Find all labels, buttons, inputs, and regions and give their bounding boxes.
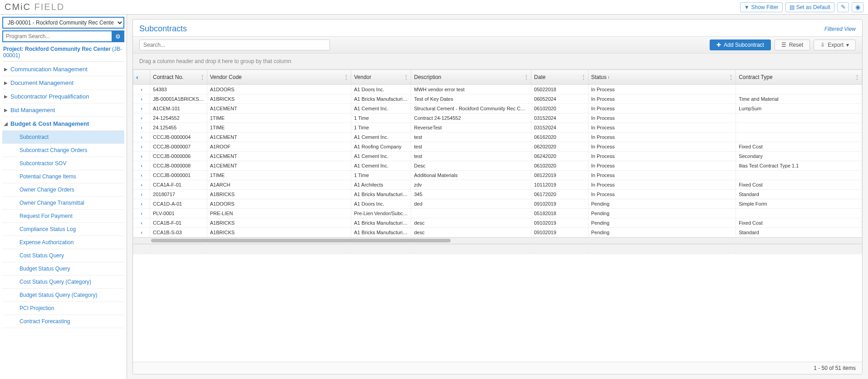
column-header-6[interactable]: Contract Type⋮	[736, 70, 862, 85]
cell: A1CEMENT	[207, 161, 351, 171]
column-header-2[interactable]: Vendor⋮	[351, 70, 411, 85]
column-header-4[interactable]: Date⋮	[531, 70, 588, 85]
cell: In Process	[588, 171, 736, 180]
program-search-input[interactable]	[2, 30, 112, 42]
nav-group-4[interactable]: ◢Budget & Cost Management	[2, 117, 124, 131]
table-row[interactable]: ‹CCCJB-0000008A1CEMENTA1 Cement Inc.Desc…	[133, 161, 862, 171]
group-by-bar[interactable]: Drag a column header and drop it here to…	[133, 54, 862, 69]
column-menu-icon[interactable]: ⋮	[581, 74, 586, 80]
column-header-5[interactable]: Status↑⋮	[588, 70, 736, 85]
horizontal-scrollbar[interactable]	[133, 237, 862, 244]
nav-sub-3[interactable]: Potential Change Items	[2, 170, 124, 183]
table-row[interactable]: ‹A1CEM-101A1CEMENTA1 Cement Inc.Structur…	[133, 104, 862, 113]
table-row[interactable]: ‹PLV-0001PRE-LIENPre-Lien Vendor/Subcont…	[133, 209, 862, 218]
filtered-view-label[interactable]: Filtered View	[824, 26, 856, 32]
expand-row-icon[interactable]: ‹	[133, 123, 150, 133]
expand-row-icon[interactable]: ‹	[133, 228, 150, 237]
nav-sub-4[interactable]: Owner Change Orders	[2, 183, 124, 197]
expand-row-icon[interactable]: ‹	[133, 161, 150, 171]
program-search-settings-button[interactable]: ⚙	[112, 30, 124, 42]
table-row[interactable]: ‹CCA1B-F-01A1BRICKSA1 Bricks Manufacturi…	[133, 218, 862, 228]
cell: Pending	[588, 228, 736, 237]
cell: Ilias Test Contract Type 1.1	[736, 161, 862, 171]
nav-sub-1[interactable]: Subcontract Change Orders	[2, 144, 124, 157]
nav-sub-10[interactable]: Budget Status Query	[2, 262, 124, 276]
nav-sub-8[interactable]: Expense Authorization	[2, 236, 124, 249]
user-button[interactable]: ◉	[852, 2, 863, 12]
nav-sub-13[interactable]: PCI Projection	[2, 302, 124, 315]
cell: Standard	[736, 190, 862, 199]
expand-row-icon[interactable]: ‹	[133, 104, 150, 113]
table-row[interactable]: ‹CCCJB-0000007A1ROOFA1 Roofing Companyte…	[133, 142, 862, 152]
table-row[interactable]: ‹20180717A1BRICKSA1 Bricks Manufacturing…	[133, 190, 862, 199]
nav-group-3[interactable]: ▶Bid Management	[2, 103, 124, 117]
cell: 54383	[150, 85, 207, 94]
collapse-all-icon[interactable]: ‹	[136, 74, 138, 81]
expand-row-icon[interactable]: ‹	[133, 113, 150, 123]
table-row[interactable]: ‹CCA1A-F-01A1ARCHA1 Architectszdv1011201…	[133, 180, 862, 190]
expand-row-icon[interactable]: ‹	[133, 94, 150, 104]
nav-group-2[interactable]: ▶Subcontractor Prequalification	[2, 90, 124, 103]
nav-sub-14[interactable]: Contract Forecasting	[2, 315, 124, 328]
cell: CCCJB-0000008	[150, 161, 207, 171]
table-row[interactable]: ‹CCA1D-A-01A1DOORSA1 Doors Inc.ded091020…	[133, 199, 862, 209]
column-label: Vendor Code	[210, 74, 242, 80]
nav-sub-9[interactable]: Cost Status Query	[2, 249, 124, 262]
set-default-button[interactable]: ▤Set as Default	[785, 2, 834, 12]
add-subcontract-button[interactable]: ✚Add Subcontract	[710, 39, 771, 50]
nav-sub-6[interactable]: Request For Payment	[2, 210, 124, 223]
grid-search-input[interactable]	[139, 39, 330, 50]
cell: zdv	[411, 180, 531, 190]
column-menu-icon[interactable]: ⋮	[200, 74, 205, 80]
table-row[interactable]: ‹24.1254551TIME1 TimeReverseTest03152024…	[133, 123, 862, 133]
nav-sub-0[interactable]: Subcontract	[2, 131, 124, 144]
nav-sub-11[interactable]: Cost Status Query (Category)	[2, 276, 124, 289]
column-header-0[interactable]: Contract No.⋮	[150, 70, 207, 85]
cell: Fixed Cost	[736, 142, 862, 152]
nav-sub-5[interactable]: Owner Change Transmittal	[2, 197, 124, 210]
expand-row-icon[interactable]: ‹	[133, 171, 150, 180]
nav-sub-7[interactable]: Compliance Status Log	[2, 223, 124, 236]
column-menu-icon[interactable]: ⋮	[728, 74, 734, 80]
cell: In Process	[588, 142, 736, 152]
nav-sub-2[interactable]: Subcontractor SOV	[2, 157, 124, 170]
export-button[interactable]: ⇩Export ▾	[814, 39, 856, 50]
edit-button[interactable]: ✎	[837, 2, 849, 12]
expand-row-icon[interactable]: ‹	[133, 142, 150, 152]
table-row[interactable]: ‹CCCJB-0000004A1CEMENTA1 Cement Inc.test…	[133, 133, 862, 142]
table-row[interactable]: ‹54383A1DOORSA1 Doors Inc.MWH vendor err…	[133, 85, 862, 94]
cell: ded	[411, 199, 531, 209]
column-header-1[interactable]: Vendor Code⋮	[207, 70, 351, 85]
column-menu-icon[interactable]: ⋮	[403, 74, 409, 80]
nav-sub-12[interactable]: Budget Status Query (Category)	[2, 289, 124, 302]
expand-row-icon[interactable]: ‹	[133, 180, 150, 190]
scrollbar-thumb[interactable]	[151, 239, 451, 242]
column-menu-icon[interactable]: ⋮	[343, 74, 349, 80]
expand-row-icon[interactable]: ‹	[133, 199, 150, 209]
column-menu-icon[interactable]: ⋮	[854, 74, 860, 80]
cell: CCCJB-0000006	[150, 152, 207, 161]
table-row[interactable]: ‹CCCJB-0000006A1CEMENTA1 Cement Inc.test…	[133, 152, 862, 161]
expand-row-icon[interactable]: ‹	[133, 133, 150, 142]
nav-group-0[interactable]: ▶Communication Management	[2, 63, 124, 76]
expand-row-icon[interactable]: ‹	[133, 190, 150, 199]
job-select[interactable]: JB-00001 - Rockford Community Rec Center	[2, 17, 124, 29]
column-header-3[interactable]: Description⋮	[411, 70, 531, 85]
nav-group-1[interactable]: ▶Document Management	[2, 76, 124, 90]
add-subcontract-label: Add Subcontract	[724, 42, 764, 48]
cell: In Process	[588, 85, 736, 94]
subcontracts-grid[interactable]: ‹Contract No.⋮Vendor Code⋮Vendor⋮Descrip…	[133, 69, 862, 362]
cell: A1 Cement Inc.	[351, 133, 411, 142]
show-filter-button[interactable]: ▼Show Filter	[740, 2, 783, 12]
table-row[interactable]: ‹JB-00001A1BRICKS0...A1BRICKSA1 Bricks M…	[133, 94, 862, 104]
expand-row-icon[interactable]: ‹	[133, 152, 150, 161]
table-row[interactable]: ‹CCA1B-S-03A1BRICKSA1 Bricks Manufacturi…	[133, 228, 862, 237]
cell: A1 Roofing Company	[351, 142, 411, 152]
reset-button[interactable]: ☰Reset	[775, 39, 810, 50]
expand-row-icon[interactable]: ‹	[133, 85, 150, 94]
table-row[interactable]: ‹CCCJB-00000011TIME1 TimeAdditional Mate…	[133, 171, 862, 180]
column-menu-icon[interactable]: ⋮	[524, 74, 529, 80]
expand-row-icon[interactable]: ‹	[133, 218, 150, 228]
expand-row-icon[interactable]: ‹	[133, 209, 150, 218]
table-row[interactable]: ‹24-12545521TIME1 TimeContract 24-125455…	[133, 113, 862, 123]
